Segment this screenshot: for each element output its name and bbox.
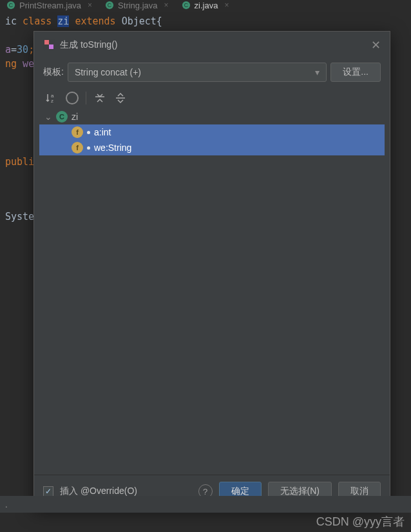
tree-field[interactable]: f we:String (39, 140, 385, 155)
close-icon[interactable]: ✕ (371, 38, 381, 52)
field-badge-icon: f (72, 126, 83, 138)
tab-label: zi.java (195, 1, 218, 10)
tree-label: we:String (94, 143, 131, 153)
separator (86, 92, 86, 104)
tree-label: a:int (94, 127, 111, 137)
dialog-title: 生成 toString() (60, 39, 366, 51)
dropdown-value: String concat (+) (75, 67, 141, 77)
close-icon[interactable]: × (164, 1, 169, 10)
java-class-icon: C (182, 1, 191, 10)
status-bar: . (0, 496, 411, 513)
class-badge-icon: C (56, 111, 68, 123)
field-badge-icon: f (72, 142, 83, 153)
dialog-titlebar: 生成 toString() ✕ (34, 32, 390, 59)
status-text: . (5, 500, 8, 509)
svg-text:C: C (184, 2, 187, 8)
collapse-all-icon[interactable] (113, 91, 128, 105)
chevron-down-icon: ▾ (315, 67, 320, 77)
dialog-toolbar: az (34, 88, 390, 108)
close-icon[interactable]: × (224, 1, 229, 10)
code-text: Syste (5, 211, 34, 222)
tab-label: String.java (118, 1, 157, 10)
svg-rect-7 (44, 40, 49, 44)
show-instances-icon[interactable] (65, 91, 79, 105)
expand-all-icon[interactable] (93, 91, 107, 105)
editor-tabs: C PrintStream.java × C String.java × C z… (0, 0, 411, 10)
override-checkbox[interactable]: ✓ (43, 486, 53, 497)
tab-printstream[interactable]: C PrintStream.java × (0, 0, 99, 10)
field-tree[interactable]: ⌄ C zi f a:int f we:String (39, 109, 385, 473)
chevron-down-icon[interactable]: ⌄ (44, 112, 52, 122)
svg-text:C: C (108, 2, 111, 8)
generate-tostring-dialog: 生成 toString() ✕ 模板: String concat (+) ▾ … (33, 31, 390, 508)
dot-icon (87, 131, 90, 134)
intellij-icon (43, 39, 55, 52)
tree-root[interactable]: ⌄ C zi (39, 109, 385, 124)
tab-label: PrintStream.java (19, 1, 81, 10)
dot-icon (87, 146, 90, 150)
sort-az-icon[interactable]: az (44, 91, 59, 105)
watermark: CSDN @yyy言者 (316, 514, 405, 529)
svg-rect-8 (49, 44, 53, 49)
template-dropdown[interactable]: String concat (+) ▾ (68, 63, 327, 82)
code-text: publi (5, 156, 34, 168)
template-label: 模板: (43, 66, 64, 78)
tree-label: zi (72, 112, 78, 122)
java-class-icon: C (6, 1, 15, 10)
settings-button[interactable]: 设置... (330, 63, 381, 82)
close-icon[interactable]: × (88, 1, 92, 10)
svg-text:z: z (51, 98, 53, 104)
svg-text:C: C (9, 2, 13, 8)
java-class-icon: C (105, 1, 114, 10)
tree-field[interactable]: f a:int (39, 124, 385, 140)
tab-zi[interactable]: C zi.java × (175, 0, 236, 10)
tab-string[interactable]: C String.java × (99, 0, 175, 10)
